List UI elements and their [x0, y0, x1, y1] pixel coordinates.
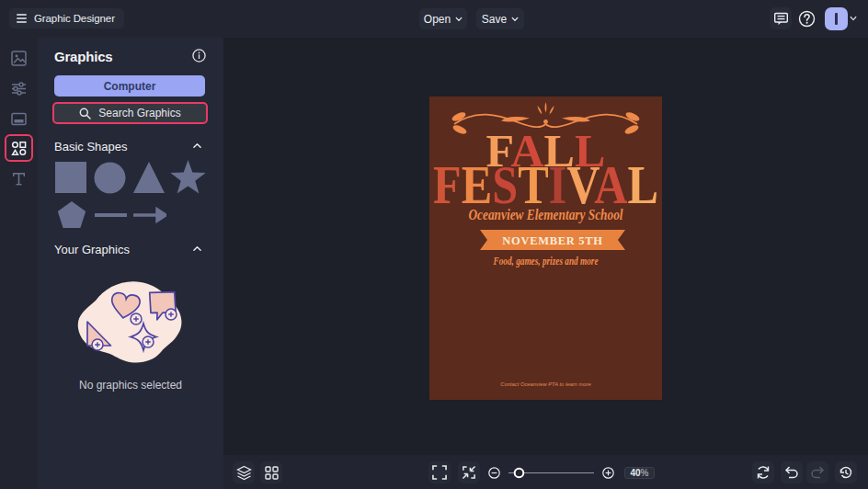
svg-text:Contact Oceanview PTA to learn: Contact Oceanview PTA to learn more — [500, 381, 591, 387]
svg-text:NOVEMBER 5TH: NOVEMBER 5TH — [502, 234, 602, 247]
svg-text:Food, games, prizes and more: Food, games, prizes and more — [493, 255, 599, 267]
svg-text:Oceanview Elementary School: Oceanview Elementary School — [469, 207, 623, 223]
